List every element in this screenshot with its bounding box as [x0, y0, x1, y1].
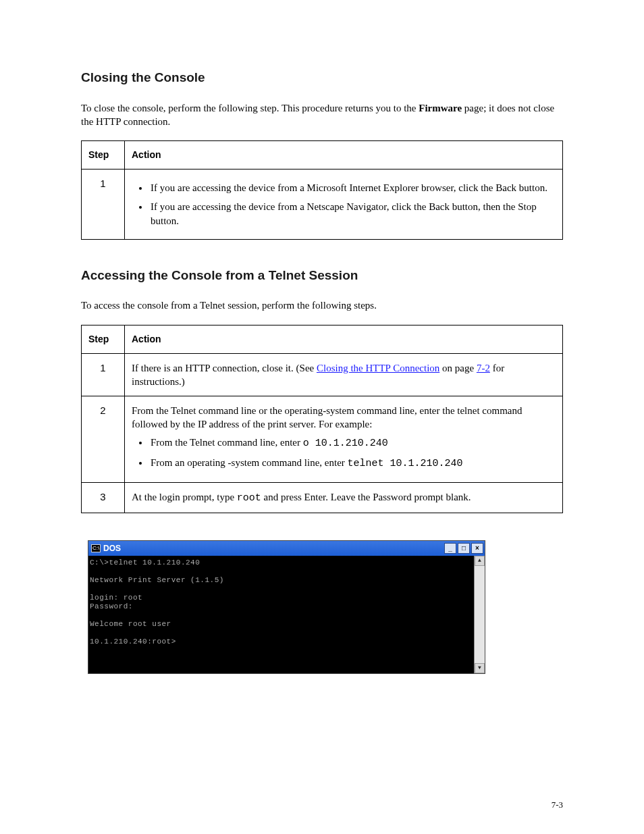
minimize-button[interactable]: _	[444, 543, 456, 554]
link-closing-http[interactable]: Closing the HTTP Connection	[317, 363, 439, 373]
table-header-action: Action	[125, 141, 563, 170]
link-page-ref[interactable]: 7-2	[477, 363, 490, 373]
page-number: 7-3	[552, 799, 563, 811]
intro-closing-console: To close the console, perform the follow…	[81, 101, 563, 129]
table-header-action: Action	[125, 325, 563, 353]
step-action: From the Telnet command line or the oper…	[125, 396, 563, 483]
list-item: If you are accessing the device from a M…	[149, 180, 556, 199]
step-action: If you are accessing the device from a M…	[125, 170, 563, 240]
text-frag: From an operating -system command line, …	[151, 457, 348, 468]
text-frag: If there is an HTTP connection, close it…	[132, 363, 317, 373]
code-text: root	[237, 492, 261, 504]
maximize-button[interactable]: □	[458, 543, 470, 554]
dos-terminal-output: C:\>telnet 10.1.210.240 Network Print Se…	[88, 556, 474, 673]
section-heading-telnet: Accessing the Console from a Telnet Sess…	[81, 267, 563, 284]
close-button[interactable]: ×	[471, 543, 483, 554]
text-frag: on page	[439, 363, 477, 373]
dos-titlebar: C:\ DOS _ □ ×	[88, 541, 485, 556]
step-number: 3	[82, 483, 125, 513]
table-header-step: Step	[82, 141, 125, 170]
step-number: 2	[82, 396, 125, 483]
list-item: From an operating -system command line, …	[149, 454, 556, 475]
step-action: At the login prompt, type root and press…	[125, 483, 563, 513]
code-text: o 10.1.210.240	[303, 438, 388, 449]
scroll-up-button[interactable]: ▲	[475, 556, 485, 566]
list-item: From the Telnet command line, enter o 10…	[149, 434, 556, 454]
cmd-icon-label: C:\	[92, 546, 99, 551]
table-telnet: Step Action 1 If there is an HTTP connec…	[81, 325, 563, 514]
table-header-step: Step	[82, 325, 125, 353]
dos-body-wrap: C:\>telnet 10.1.210.240 Network Print Se…	[88, 556, 485, 673]
table-row: 2 From the Telnet command line or the op…	[82, 396, 563, 483]
code-text: telnet 10.1.210.240	[348, 458, 463, 469]
bullet-list: If you are accessing the device from a M…	[132, 180, 556, 232]
text-frag: To close the console, perform the follow…	[81, 103, 419, 113]
dos-title-text: DOS	[103, 543, 443, 554]
step-action: If there is an HTTP connection, close it…	[125, 353, 563, 396]
step-number: 1	[82, 353, 125, 396]
table-row: 3 At the login prompt, type root and pre…	[82, 483, 563, 513]
list-item: If you are accessing the device from a N…	[149, 199, 556, 232]
text-frag: and press Enter. Leave the Password prom…	[261, 492, 471, 502]
dos-window: C:\ DOS _ □ × C:\>telnet 10.1.210.240 Ne…	[88, 540, 485, 674]
text-frag: From the Telnet command line, enter	[151, 437, 303, 448]
section-heading-closing-console: Closing the Console	[81, 69, 563, 86]
table-row: 1 If you are accessing the device from a…	[82, 170, 563, 240]
scroll-down-button[interactable]: ▼	[475, 663, 485, 673]
bullet-list: From the Telnet command line, enter o 10…	[132, 434, 556, 475]
text-frag: From the Telnet command line or the oper…	[132, 404, 556, 432]
scrollbar[interactable]: ▲ ▼	[474, 556, 485, 673]
text-strong: Firmware	[419, 103, 462, 113]
table-close-console: Step Action 1 If you are accessing the d…	[81, 140, 563, 240]
cmd-icon: C:\	[91, 544, 101, 552]
text-frag: At the login prompt, type	[132, 492, 237, 502]
table-row: 1 If there is an HTTP connection, close …	[82, 353, 563, 396]
intro-telnet: To access the console from a Telnet sess…	[81, 298, 563, 312]
step-number: 1	[82, 170, 125, 240]
